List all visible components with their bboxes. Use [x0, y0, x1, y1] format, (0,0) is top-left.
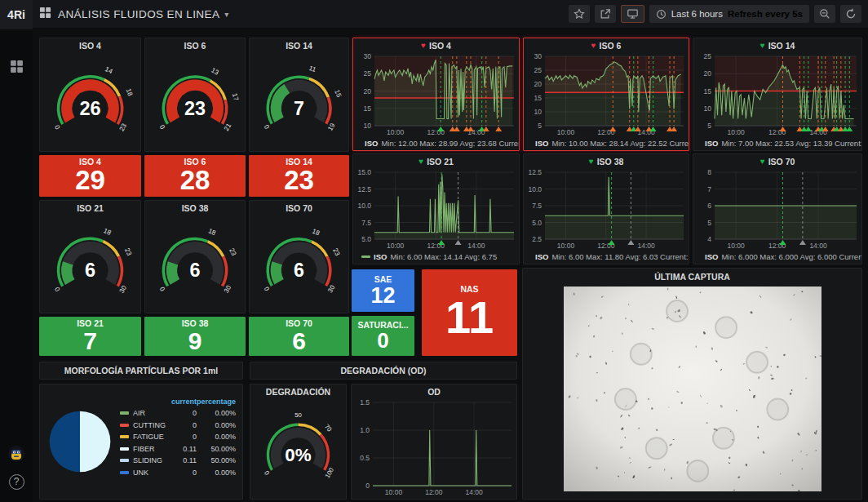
chevron-down-icon[interactable]: ▾: [224, 10, 228, 19]
chart-iso6: 5101520253010:0012:0014:00: [524, 52, 689, 137]
series-name[interactable]: ISO: [535, 139, 548, 148]
section-title[interactable]: DEGRADACIÓN (OD): [341, 366, 427, 375]
series-name[interactable]: ISO: [705, 252, 718, 261]
time-picker[interactable]: Last 6 hours Refresh every 5s: [649, 5, 809, 23]
panel-title[interactable]: ISO 21: [40, 201, 140, 215]
gauge-iso70: 01823306: [250, 215, 348, 313]
series-label[interactable]: FATIGUE: [133, 433, 166, 441]
svg-text:0: 0: [263, 286, 271, 293]
series-stats: Min: 10.00 Max: 28.14 Avg: 22.52 Current…: [551, 139, 689, 148]
svg-text:0: 0: [158, 286, 166, 293]
stat-title[interactable]: ISO 6: [184, 157, 206, 167]
svg-text:10.0: 10.0: [528, 185, 542, 193]
panel-title[interactable]: ISO 4: [40, 38, 140, 52]
dashboard-title[interactable]: ANÁLISIS FLUIDOS EN LINEA: [58, 8, 219, 20]
series-label[interactable]: SLIDING: [133, 456, 166, 464]
svg-text:0: 0: [53, 124, 61, 131]
series-swatch: [120, 435, 129, 438]
refresh-button[interactable]: [840, 5, 861, 23]
morfologia-legend-table: currentpercentageAIR00.00%CUTTING00.00%F…: [120, 389, 242, 494]
stat-title[interactable]: SATURACI...: [357, 320, 408, 330]
chart-iso70: 4567810:0012:0014:00: [693, 168, 861, 251]
panel-title[interactable]: ÚLTIMA CAPTURA: [523, 269, 861, 285]
dashboards-icon[interactable]: [0, 52, 33, 80]
svg-text:0: 0: [263, 123, 271, 131]
ok-heart-icon: ♥: [418, 158, 423, 166]
series-stats: Min: 12.00 Max: 28.99 Avg: 23.68 Current…: [381, 139, 519, 148]
svg-text:2.5: 2.5: [532, 235, 542, 243]
user-avatar[interactable]: [0, 440, 33, 468]
svg-text:0: 0: [365, 482, 370, 490]
svg-text:7.5: 7.5: [361, 219, 371, 227]
column-header-percentage[interactable]: percentage: [197, 398, 236, 406]
panel-title[interactable]: ISO 14: [250, 38, 348, 52]
svg-text:12.5: 12.5: [357, 185, 371, 193]
svg-text:5.0: 5.0: [532, 219, 542, 227]
stat-title[interactable]: SAE: [374, 274, 392, 284]
stat-title[interactable]: ISO 38: [182, 318, 209, 328]
series-name[interactable]: ISO: [365, 139, 378, 148]
stat-value: 29: [75, 167, 105, 195]
series-label[interactable]: CUTTING: [133, 421, 166, 429]
percentage-value: 0.00%: [197, 409, 236, 417]
series-label[interactable]: FIBER: [133, 445, 166, 453]
panel-title[interactable]: ♥ISO 38: [524, 154, 689, 168]
sidebar: 4Ri ?: [0, 0, 33, 502]
star-button[interactable]: [569, 5, 590, 23]
panel-title[interactable]: ♥ISO 6: [524, 38, 689, 52]
panel-title[interactable]: DEGRADACIÓN: [250, 384, 346, 398]
percentage-value: 50.00%: [197, 445, 236, 453]
series-name[interactable]: ISO: [374, 252, 387, 261]
svg-text:7.5: 7.5: [532, 202, 542, 210]
column-header-current[interactable]: current: [166, 398, 197, 406]
stat-value: 28: [180, 167, 210, 195]
app-logo[interactable]: 4Ri: [0, 0, 33, 29]
microscopy-image: [564, 287, 822, 491]
svg-text:18: 18: [311, 228, 321, 238]
svg-text:10: 10: [704, 104, 712, 113]
help-icon[interactable]: ?: [0, 468, 33, 495]
stat-title[interactable]: ISO 4: [79, 157, 101, 167]
gauge-iso6: 013172123: [145, 52, 245, 151]
panel-title[interactable]: ISO 38: [145, 201, 245, 215]
panel-chart-iso21: ♥ISO 21 5.07.510.012.515.010:0012:0014:0…: [352, 153, 520, 264]
chart-legend: ISOMin: 12.00 Max: 28.99 Avg: 23.68 Curr…: [353, 137, 519, 149]
current-value: 0: [166, 433, 197, 441]
series-label[interactable]: UNK: [133, 469, 166, 477]
panel-title[interactable]: ♥ISO 70: [693, 154, 861, 168]
svg-text:23: 23: [228, 247, 237, 258]
stat-nas: NAS 11: [422, 269, 517, 356]
panel-title[interactable]: ♥ISO 21: [353, 154, 519, 168]
series-name[interactable]: ISO: [705, 139, 718, 148]
cycle-view-button[interactable]: [621, 5, 644, 23]
zoom-out-button[interactable]: [814, 5, 835, 23]
share-button[interactable]: [595, 5, 616, 23]
stat-title[interactable]: ISO 14: [286, 157, 312, 167]
panel-title[interactable]: ♥ISO 4: [353, 38, 519, 52]
stat-iso4: ISO 4 29: [39, 155, 141, 197]
stat-title[interactable]: NAS: [460, 284, 478, 294]
panel-chart-iso70: ♥ISO 70 4567810:0012:0014:00 ISOMin: 6.0…: [693, 153, 862, 264]
panel-chart-iso38: ♥ISO 38 2.55.07.510.012.510:0012:0014:00…: [523, 153, 689, 264]
svg-text:23: 23: [123, 247, 133, 258]
svg-text:0%: 0%: [285, 445, 311, 465]
series-name[interactable]: ISO: [535, 252, 548, 261]
svg-text:6: 6: [85, 260, 95, 281]
stat-title[interactable]: ISO 70: [286, 318, 312, 328]
section-title[interactable]: MORFOLOGÍA PARTÍCULAS POR 1ml: [64, 366, 218, 375]
svg-text:18: 18: [103, 227, 113, 237]
panel-title[interactable]: ISO 70: [250, 201, 348, 215]
stat-value: 11: [445, 294, 494, 342]
header-morfologia: MORFOLOGÍA PARTÍCULAS POR 1ml: [39, 362, 243, 380]
panel-title[interactable]: ISO 6: [145, 38, 245, 52]
series-label[interactable]: AIR: [133, 409, 166, 417]
stat-title[interactable]: ISO 21: [77, 318, 104, 328]
table-row: SLIDING0.1150.00%: [120, 455, 236, 467]
series-stats: Min: 7.00 Max: 22.53 Avg: 13.39 Current:…: [721, 139, 861, 148]
svg-text:30: 30: [364, 52, 372, 60]
panel-title[interactable]: ♥ISO 14: [693, 38, 861, 52]
stat-value: 0: [377, 330, 388, 352]
panel-chart-od: OD 00.51.01.510:0012:0014:00: [351, 384, 517, 500]
panel-title[interactable]: OD: [352, 384, 516, 398]
svg-text:0.5: 0.5: [360, 454, 370, 462]
